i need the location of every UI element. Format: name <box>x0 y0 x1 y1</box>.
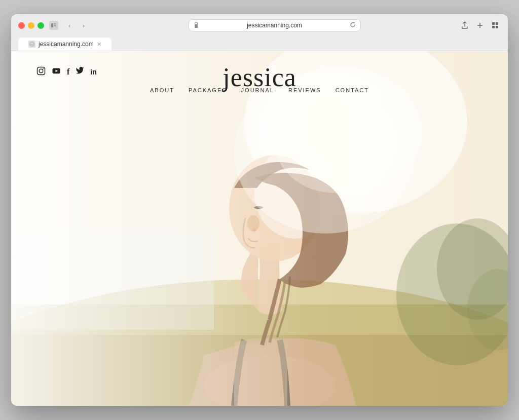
tab-close-button[interactable]: ✕ <box>97 41 101 48</box>
browser-tabs-bar: jessicamanning.com ✕ <box>18 35 501 51</box>
facebook-icon[interactable]: f <box>67 67 69 77</box>
website-content: f in jessica ABOUT PACKAGES JOURNAL <box>11 51 508 406</box>
browser-actions <box>459 20 501 31</box>
svg-rect-9 <box>496 26 498 28</box>
instagram-icon[interactable] <box>36 66 46 77</box>
svg-point-26 <box>253 228 256 232</box>
nav-about[interactable]: ABOUT <box>150 87 174 93</box>
svg-point-31 <box>43 68 44 69</box>
hero-image <box>11 51 508 406</box>
browser-window: ‹ › <box>11 14 508 406</box>
tab-favicon <box>28 41 35 48</box>
svg-rect-18 <box>11 228 214 330</box>
minimize-traffic-light[interactable] <box>28 22 34 29</box>
svg-rect-8 <box>492 26 495 28</box>
linkedin-icon[interactable]: in <box>90 68 96 76</box>
forward-button[interactable]: › <box>78 19 90 31</box>
new-tab-button[interactable] <box>474 20 486 31</box>
tab-label: jessicamanning.com <box>39 41 94 48</box>
browser-top-bar: ‹ › <box>18 19 501 31</box>
svg-rect-2 <box>54 25 56 27</box>
header-top: f in jessica <box>36 66 483 77</box>
nav-contact[interactable]: CONTACT <box>336 87 369 93</box>
grid-button[interactable] <box>490 20 501 31</box>
browser-nav-buttons: ‹ › <box>63 19 90 31</box>
svg-rect-29 <box>38 67 45 75</box>
url-input[interactable] <box>189 19 361 31</box>
address-bar <box>95 19 454 31</box>
share-button[interactable] <box>459 20 470 31</box>
close-traffic-light[interactable] <box>18 22 25 29</box>
reload-icon[interactable] <box>350 22 356 29</box>
traffic-lights <box>18 22 44 29</box>
lock-icon <box>194 22 199 29</box>
sidebar-toggle-button[interactable] <box>49 21 58 30</box>
active-tab[interactable]: jessicamanning.com ✕ <box>18 37 112 51</box>
site-header: f in jessica ABOUT PACKAGES JOURNAL <box>11 51 508 103</box>
portrait-illustration <box>11 51 508 406</box>
social-icons: f in <box>36 66 97 77</box>
svg-point-30 <box>39 69 43 73</box>
svg-rect-7 <box>496 22 498 25</box>
back-button[interactable]: ‹ <box>63 19 76 31</box>
site-logo[interactable]: jessica <box>223 62 296 92</box>
svg-rect-1 <box>54 23 56 25</box>
twitter-icon[interactable] <box>76 67 84 77</box>
youtube-icon[interactable] <box>52 66 61 77</box>
svg-rect-3 <box>195 24 198 28</box>
maximize-traffic-light[interactable] <box>38 22 44 29</box>
svg-point-28 <box>275 92 396 193</box>
nav-packages[interactable]: PACKAGES <box>189 87 227 93</box>
svg-rect-6 <box>492 22 495 25</box>
svg-rect-0 <box>51 23 53 27</box>
browser-chrome: ‹ › <box>11 14 508 51</box>
